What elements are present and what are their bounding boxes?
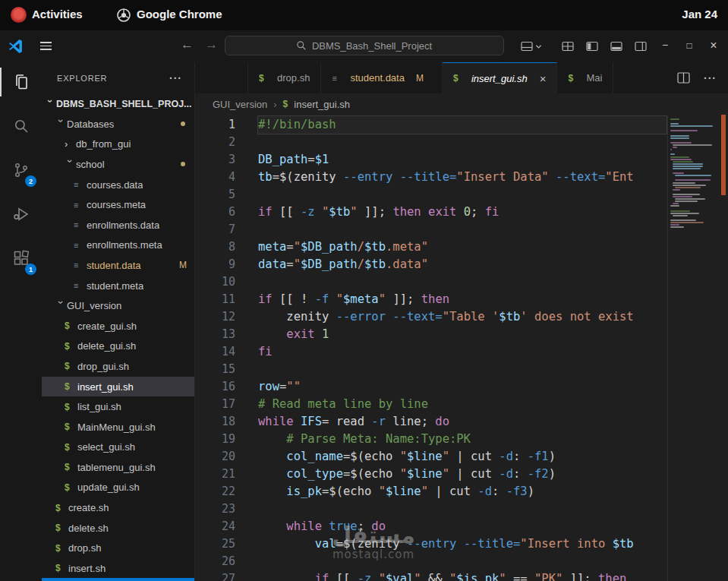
sidebar-item-create-gui-sh[interactable]: $create_gui.sh (42, 316, 194, 336)
code-token: " (421, 485, 428, 498)
shell-file-icon: $ (65, 361, 77, 371)
workspace-root-folder[interactable]: › DBMS_BASH_SHELL_PROJ... (42, 94, 194, 114)
window-minimize-button[interactable]: − (658, 39, 672, 51)
tab-drop-sh[interactable]: $drop.sh (248, 62, 321, 93)
editor-grid-layout-icon[interactable] (562, 40, 574, 52)
focused-app-name[interactable]: Google Chrome (137, 8, 222, 21)
code-line (258, 186, 667, 204)
sidebar-more-actions-icon[interactable]: ··· (169, 72, 182, 84)
code-token: -d (499, 450, 513, 463)
sidebar-item-update-gui-sh[interactable]: $update_gui.sh (42, 478, 194, 498)
close-icon[interactable]: × (540, 72, 547, 85)
code-token: 0 (464, 205, 471, 219)
sidebar-item-enrollments-data[interactable]: ≡enrollments.data (42, 215, 194, 235)
scrollbar[interactable] (716, 115, 728, 581)
sidebar-item-drop-gui-sh[interactable]: $drop_gui.sh (42, 356, 194, 377)
minimap-line (673, 182, 695, 184)
sidebar-item-insert-sh[interactable]: $insert.sh (42, 558, 194, 579)
source-control-activity-icon[interactable]: 2 (0, 152, 42, 188)
sidebar-item-list-gui-sh[interactable]: $list_gui.sh (42, 396, 194, 417)
code-token: ) (549, 467, 556, 481)
breadcrumb-folder[interactable]: GUI_version (213, 99, 267, 110)
code-line: if [[ -z "$val" && "$is_pk" == "PK" ]]; … (258, 570, 667, 581)
code-token: then (421, 292, 449, 306)
sidebar-item-gui-version[interactable]: ›GUI_version (42, 295, 194, 316)
vscode-logo-icon (7, 38, 24, 55)
toggle-sidebar-right-icon[interactable] (635, 40, 647, 52)
distro-icon[interactable] (11, 7, 27, 23)
clock-date[interactable]: Jan 24 (682, 8, 717, 21)
code-token: " (400, 450, 407, 463)
activity-bar: 2 1 (0, 62, 42, 581)
sidebar-item-mainmenu-gui-sh[interactable]: $MainMenu_gui.sh (42, 417, 194, 437)
toggle-panel-icon[interactable] (610, 40, 622, 52)
sidebar-item-courses-data[interactable]: ≡courses.data (42, 175, 194, 195)
minimap-line (670, 219, 696, 221)
minimap-line (670, 123, 679, 125)
window-maximize-button[interactable]: □ (682, 40, 696, 51)
sidebar-item-enrollments-meta[interactable]: ≡enrollments.meta (42, 235, 194, 256)
window-close-button[interactable]: × (707, 39, 720, 52)
line-number: 4 (195, 169, 245, 186)
breadcrumb-file[interactable]: insert_gui.sh (294, 99, 350, 110)
line-number: 23 (195, 500, 245, 518)
tab-insert-gui-sh[interactable]: $insert_gui.sh× (443, 62, 557, 93)
tab-student-data[interactable]: ≡student.dataM (321, 62, 443, 93)
sidebar-item-delete-gui-sh[interactable]: $delete_gui.sh (42, 336, 194, 357)
code-token: -f1 (528, 450, 549, 463)
code-token (258, 485, 286, 498)
minimap-line (673, 203, 679, 204)
layout-dropdown-icon[interactable] (521, 40, 542, 52)
search-activity-icon[interactable] (0, 108, 42, 144)
tab-mai[interactable]: $Mai (557, 62, 613, 93)
menu-icon[interactable] (40, 42, 52, 50)
code-line: val=$(zenity --entry --title="Insert int… (258, 535, 667, 553)
sidebar-item-select-gui-sh[interactable]: $select_gui.sh (42, 437, 194, 458)
extensions-activity-icon[interactable]: 1 (0, 240, 42, 276)
split-editor-icon[interactable] (677, 72, 690, 84)
code-area[interactable]: #!/bin/bashDB_path=$1tb=$(zenity --entry… (258, 116, 667, 581)
sidebar-item-student-data[interactable]: ≡student.dataM (42, 255, 194, 276)
code-token: [[ (329, 572, 357, 581)
code-token: " (443, 467, 449, 481)
sidebar-item-courses-meta[interactable]: ≡courses.meta (42, 194, 194, 215)
minimap-line (670, 135, 689, 137)
code-token: val (315, 537, 336, 551)
code-token (315, 205, 322, 219)
shell-file-icon: $ (55, 543, 68, 554)
code-token (456, 537, 463, 551)
sidebar-item-drop-sh[interactable]: $drop.sh (42, 538, 194, 558)
code-token: = (286, 257, 293, 271)
code-token: "Table ' (443, 310, 500, 324)
forward-icon[interactable]: → (205, 37, 218, 52)
code-token (258, 327, 286, 341)
extensions-badge: 1 (25, 264, 36, 275)
explorer-activity-icon[interactable] (0, 64, 42, 100)
sidebar-item-delete-sh[interactable]: $delete.sh (42, 518, 194, 538)
modified-folder-dot (181, 162, 185, 166)
code-token: =$(zenity (273, 170, 343, 184)
minimap[interactable] (667, 116, 716, 581)
back-icon[interactable]: ← (181, 37, 194, 52)
sidebar-item-student-meta[interactable]: ≡student.meta (42, 276, 194, 296)
toggle-sidebar-left-icon[interactable] (586, 40, 598, 52)
sidebar-item-databases[interactable]: ›Databases (42, 114, 194, 134)
code-editor[interactable]: 1234567891011121314151617181920212223242… (195, 115, 728, 581)
sidebar-item-create-sh[interactable]: $create.sh (42, 497, 194, 518)
sidebar-item-db-from-gui[interactable]: ›db_from_gui (42, 134, 194, 155)
sidebar-header: EXPLORER ··· (42, 62, 194, 94)
code-line: if [[ -z "$tb" ]]; then exit 0; fi (258, 204, 667, 221)
sidebar-item-insert-gui-sh[interactable]: $insert_gui.sh (42, 377, 194, 397)
more-actions-icon[interactable]: ··· (704, 72, 717, 84)
item-label: select_gui.sh (77, 441, 135, 453)
code-token: --title= (400, 170, 457, 184)
activities-button[interactable]: Activities (32, 8, 83, 21)
run-debug-activity-icon[interactable] (0, 196, 42, 232)
tab-partial[interactable] (195, 62, 248, 93)
sidebar-item-school[interactable]: ›school (42, 154, 194, 175)
code-token: then (598, 572, 626, 581)
line-number: 20 (195, 448, 245, 466)
item-label: update_gui.sh (77, 482, 140, 493)
command-center-search[interactable]: DBMS_Bash_Shell_Project (225, 36, 504, 55)
sidebar-item-tablemenu-gui-sh[interactable]: $tablemenu_gui.sh (42, 457, 194, 478)
